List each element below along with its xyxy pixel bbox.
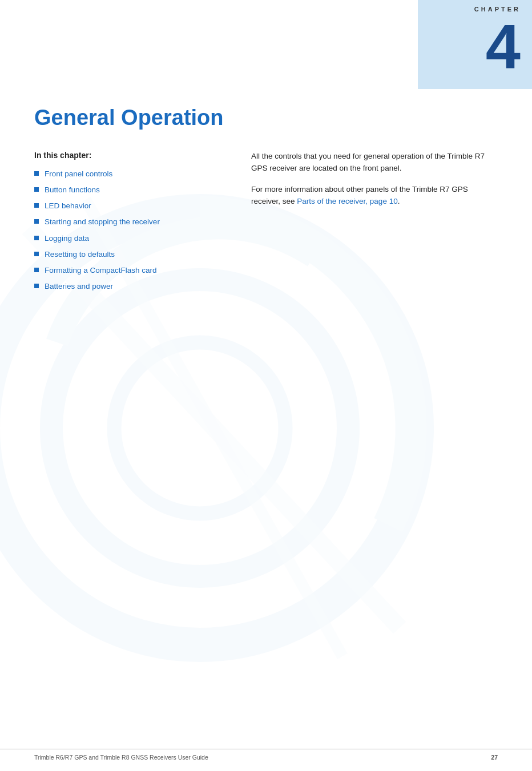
- list-item-text: Front panel controls: [45, 169, 112, 179]
- right-paragraph-1: All the controls that you need for gener…: [251, 151, 498, 175]
- footer-text: Trimble R6/R7 GPS and Trimble R8 GNSS Re…: [34, 754, 208, 761]
- bullet-icon: [34, 203, 39, 208]
- list-item[interactable]: Front panel controls: [34, 169, 228, 179]
- chapter-header: CHAPTER 4: [0, 0, 532, 89]
- right-paragraph-2: For more information about other panels …: [251, 184, 498, 208]
- chapter-list: Front panel controls Button functions LE…: [34, 169, 228, 292]
- list-item[interactable]: Starting and stopping the receiver: [34, 217, 228, 227]
- bullet-icon: [34, 236, 39, 240]
- chapter-number: 4: [486, 11, 521, 81]
- parts-of-receiver-link[interactable]: Parts of the receiver, page 10: [297, 197, 397, 205]
- bullet-icon: [34, 171, 39, 176]
- left-column: In this chapter: Front panel controls Bu…: [34, 151, 228, 298]
- svg-point-2: [114, 342, 285, 514]
- chapter-title: General Operation: [34, 106, 498, 130]
- list-item-text: Starting and stopping the receiver: [45, 217, 160, 227]
- list-item-text: Formatting a CompactFlash card: [45, 265, 157, 276]
- list-item[interactable]: Formatting a CompactFlash card: [34, 265, 228, 276]
- bullet-icon: [34, 284, 39, 288]
- list-item-text: Resetting to defaults: [45, 249, 115, 260]
- two-column-layout: In this chapter: Front panel controls Bu…: [34, 151, 498, 298]
- list-item[interactable]: Resetting to defaults: [34, 249, 228, 260]
- bullet-icon: [34, 268, 39, 272]
- list-item[interactable]: Batteries and power: [34, 281, 228, 292]
- paragraph2-suffix: .: [398, 197, 400, 205]
- list-item-text: Batteries and power: [45, 281, 113, 292]
- bullet-icon: [34, 187, 39, 192]
- footer-page-number: 27: [491, 754, 498, 761]
- right-column: All the controls that you need for gener…: [251, 151, 498, 217]
- chapter-box: CHAPTER 4: [418, 0, 532, 89]
- list-item[interactable]: LED behavior: [34, 201, 228, 211]
- list-item-text: Logging data: [45, 233, 89, 244]
- bullet-icon: [34, 252, 39, 256]
- page-footer: Trimble R6/R7 GPS and Trimble R8 GNSS Re…: [0, 749, 532, 761]
- in-chapter-heading: In this chapter:: [34, 151, 228, 160]
- list-item-text: LED behavior: [45, 201, 91, 211]
- list-item[interactable]: Logging data: [34, 233, 228, 244]
- bullet-icon: [34, 219, 39, 224]
- page-content: General Operation In this chapter: Front…: [0, 89, 532, 332]
- list-item[interactable]: Button functions: [34, 185, 228, 195]
- list-item-text: Button functions: [45, 185, 100, 195]
